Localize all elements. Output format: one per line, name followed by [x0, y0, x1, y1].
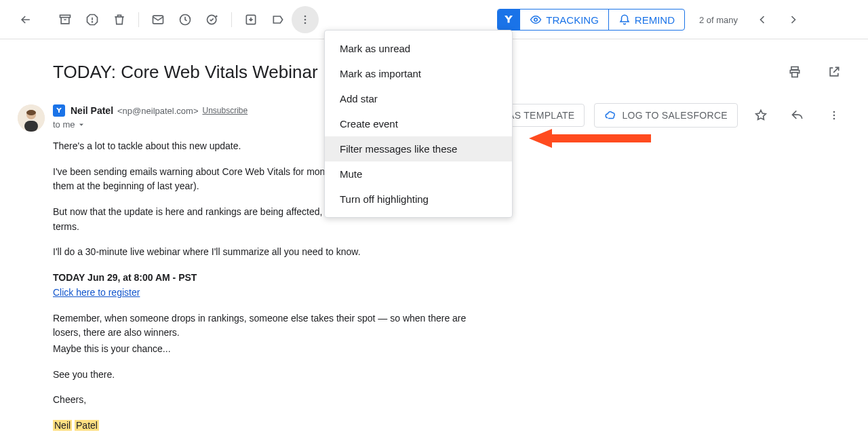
- svg-point-22: [833, 115, 835, 117]
- back-button[interactable]: [12, 6, 39, 33]
- dd-add-star[interactable]: Add star: [325, 86, 512, 111]
- register-link[interactable]: Click here to register: [53, 287, 140, 298]
- message-actions: SAVE AS TEMPLATE LOG TO SALESFORCE: [454, 102, 848, 129]
- svg-point-9: [304, 18, 307, 20]
- svg-rect-19: [24, 121, 38, 132]
- svg-rect-14: [791, 67, 798, 70]
- mark-unread-button[interactable]: [144, 6, 172, 33]
- p4: I'll do a 30-minute live webinar where I…: [53, 245, 473, 260]
- p5a: Remember, when someone drops in rankings…: [53, 311, 473, 341]
- svg-point-10: [304, 22, 307, 24]
- event-time: TODAY Jun 29, at 8:00 AM - PST: [53, 272, 197, 283]
- labels-button[interactable]: [264, 6, 292, 33]
- avatar: [18, 104, 45, 132]
- print-button[interactable]: [781, 58, 808, 85]
- dd-filter-like-these[interactable]: Filter messages like these: [325, 136, 512, 161]
- log-salesforce-button[interactable]: LOG TO SALESFORCE: [594, 103, 738, 128]
- tracking-label: TRACKING: [546, 14, 599, 26]
- chevron-down-icon: [77, 121, 85, 129]
- log-salesforce-label: LOG TO SALESFORCE: [622, 110, 728, 121]
- sender-email: <np@neilpatel.com>: [117, 106, 198, 116]
- pagination-text: 2 of many: [699, 15, 738, 25]
- yesware-sender-icon: [53, 104, 65, 117]
- add-tasks-button[interactable]: [199, 6, 226, 33]
- dd-turn-off-highlighting[interactable]: Turn off highlighting: [325, 187, 512, 212]
- signature: Neil Patel: [53, 419, 473, 433]
- svg-point-8: [304, 15, 307, 17]
- yesware-logo-icon: [498, 9, 519, 30]
- svg-rect-12: [549, 134, 651, 142]
- sig-last: Patel: [75, 420, 99, 431]
- yesware-bar: TRACKING REMIND: [497, 9, 685, 31]
- subject: TODAY: Core Web Vitals Webinar: [53, 62, 318, 83]
- spam-button[interactable]: [79, 6, 106, 33]
- snooze-button[interactable]: [172, 6, 199, 33]
- remind-label: REMIND: [635, 14, 675, 26]
- archive-button[interactable]: [52, 6, 79, 33]
- to-text: to me: [53, 119, 75, 130]
- svg-rect-15: [792, 73, 797, 77]
- dd-mark-important[interactable]: Mark as important: [325, 61, 512, 86]
- message-more-button[interactable]: [821, 102, 848, 129]
- sender-name: Neil Patel: [71, 105, 113, 116]
- separator: [231, 12, 232, 27]
- svg-point-21: [833, 111, 835, 113]
- svg-point-3: [92, 21, 93, 22]
- more-dropdown: Mark as unread Mark as important Add sta…: [324, 30, 513, 218]
- svg-point-23: [833, 118, 835, 120]
- tracking-button[interactable]: TRACKING: [519, 9, 608, 30]
- p7: Cheers,: [53, 393, 473, 408]
- p5b: Maybe this is your chance...: [53, 342, 473, 357]
- annotation-arrow-icon: [529, 129, 651, 148]
- p6: See you there.: [53, 368, 473, 383]
- newer-button[interactable]: [749, 6, 776, 33]
- dd-mark-unread[interactable]: Mark as unread: [325, 36, 512, 61]
- dd-create-event[interactable]: Create event: [325, 111, 512, 136]
- remind-button[interactable]: REMIND: [608, 9, 684, 30]
- svg-point-11: [534, 18, 538, 22]
- unsubscribe-link[interactable]: Unsubscribe: [202, 106, 248, 115]
- move-to-button[interactable]: [237, 6, 264, 33]
- separator: [138, 12, 139, 27]
- sig-first: Neil: [53, 420, 72, 431]
- delete-button[interactable]: [106, 6, 133, 33]
- svg-point-18: [26, 110, 36, 115]
- svg-rect-0: [60, 15, 71, 17]
- more-button[interactable]: [292, 6, 319, 33]
- dd-mute[interactable]: Mute: [325, 161, 512, 187]
- pagination: 2 of many: [699, 0, 807, 39]
- older-button[interactable]: [780, 6, 807, 33]
- star-button[interactable]: [747, 102, 774, 129]
- reply-button[interactable]: [784, 102, 811, 129]
- svg-marker-13: [529, 129, 552, 148]
- open-new-window-button[interactable]: [821, 58, 848, 85]
